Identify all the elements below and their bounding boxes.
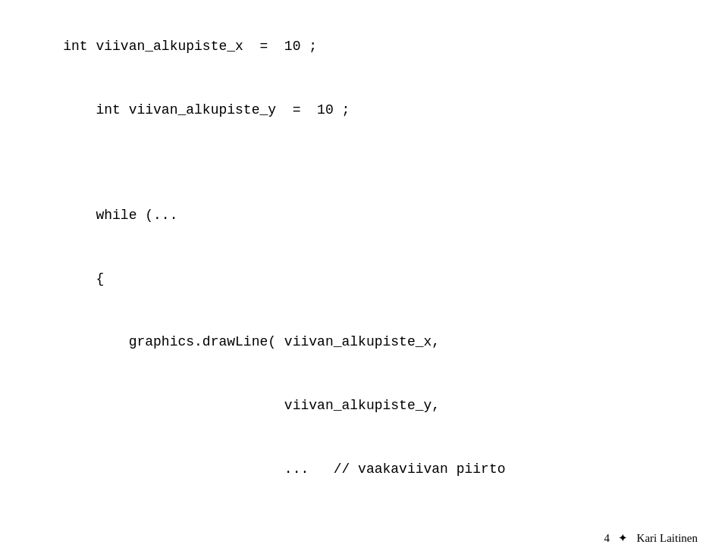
page-content: int viivan_alkupiste_x = 10 ; int viivan… xyxy=(0,0,728,560)
code-line-2: int viivan_alkupiste_y = 10 ; xyxy=(63,102,350,117)
code-block: int viivan_alkupiste_x = 10 ; int viivan… xyxy=(30,15,698,560)
page-number: 4 xyxy=(604,532,610,544)
code-line-1: int viivan_alkupiste_x = 10 ; xyxy=(63,39,317,54)
code-line-5: { xyxy=(63,271,104,286)
code-line-4: while (... xyxy=(63,208,177,223)
footer: 4 ✦ Kari Laitinen xyxy=(604,531,698,545)
author-name: Kari Laitinen xyxy=(637,532,698,544)
code-line-8: ... // vaakaviivan piirto xyxy=(63,461,505,477)
code-line-6: graphics.drawLine( viivan_alkupiste_x, xyxy=(63,334,440,349)
code-line-7: viivan_alkupiste_y, xyxy=(63,398,440,413)
